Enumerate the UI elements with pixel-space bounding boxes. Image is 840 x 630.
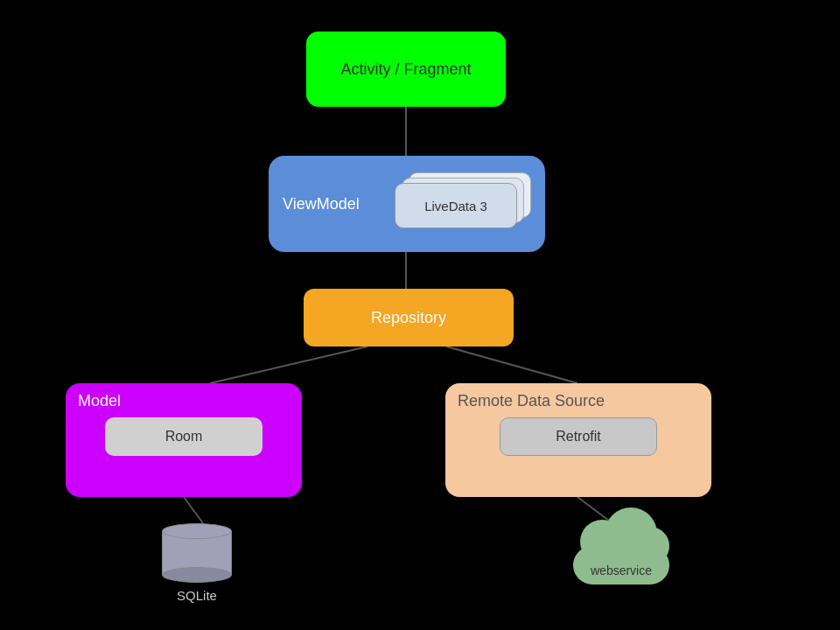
remote-data-source-label: Remote Data Source — [458, 392, 699, 410]
diagram-container: Activity / Fragment ViewModel LiveData 3… — [0, 0, 840, 630]
retrofit-card: Retrofit — [500, 417, 657, 456]
livedata-label: LiveData 3 — [424, 199, 487, 214]
retrofit-label: Retrofit — [556, 429, 601, 444]
livedata-stack: LiveData 3 — [391, 172, 531, 235]
svg-line-4 — [184, 497, 203, 523]
sqlite-cylinder — [162, 523, 232, 583]
svg-line-2 — [210, 346, 368, 383]
model-box: Model Room — [66, 383, 302, 497]
svg-line-3 — [446, 346, 578, 383]
viewmodel-label: ViewModel — [283, 195, 360, 214]
livedata-card-3: LiveData 3 — [395, 183, 517, 228]
room-label: Room — [165, 429, 203, 444]
repository-box: Repository — [304, 289, 514, 346]
remote-data-source-box: Remote Data Source Retrofit — [445, 383, 711, 497]
activity-fragment-label: Activity / Fragment — [340, 60, 471, 79]
svg-line-5 — [578, 497, 612, 523]
repository-label: Repository — [371, 309, 446, 327]
cylinder-bottom — [162, 567, 232, 583]
sqlite-container: SQLite — [162, 523, 232, 603]
webservice-container: webservice — [564, 523, 678, 584]
cylinder-top — [162, 523, 232, 539]
room-card: Room — [105, 417, 262, 456]
model-label: Model — [78, 392, 290, 410]
webservice-label: webservice — [564, 564, 678, 578]
webservice-cloud: webservice — [564, 523, 678, 584]
viewmodel-box: ViewModel LiveData 3 — [269, 156, 545, 252]
activity-fragment-box: Activity / Fragment — [306, 32, 506, 107]
sqlite-label: SQLite — [177, 588, 217, 603]
